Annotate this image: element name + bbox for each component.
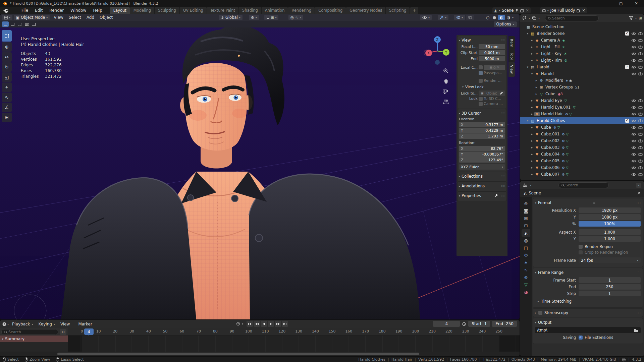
disable-in-renders-camera-icon[interactable] [638,166,643,169]
outliner-item-label[interactable]: Harold [541,71,554,76]
ortho-grid-icon[interactable] [442,98,449,106]
outliner-item-label[interactable]: Harold Eye.001 [541,105,571,110]
aspect-x-field[interactable]: 1.000 [579,229,641,235]
timeline-ruler[interactable]: 0102030405060708090100110120130140150160… [68,328,520,336]
workspace-tab[interactable]: UV Editing [180,7,207,14]
expander-icon[interactable]: ▸ [530,166,534,169]
zoom-icon[interactable] [442,67,449,74]
frame-range-panel-title[interactable]: Frame Range [538,270,564,275]
viewport-menu-item[interactable]: View [51,15,66,20]
hide-in-viewport-eye-icon[interactable] [631,139,636,142]
hide-in-viewport-eye-icon[interactable] [631,32,636,35]
outliner-item-label[interactable]: Light - Rim [541,58,562,63]
outliner-row[interactable]: ▸ ▼ Cube.003 ⚙▽ [520,144,644,151]
cursor-location-field[interactable]: Y0.4229 m [459,128,505,133]
expander-icon[interactable]: ▸ [530,112,534,116]
disable-in-renders-camera-icon[interactable] [638,112,643,116]
outliner-item-label[interactable]: Light - Key [541,51,561,56]
disable-in-renders-camera-icon[interactable] [638,126,643,129]
timeline-menu-item[interactable]: Playback▾ [9,321,36,327]
3d-viewport[interactable]: ▾ ▣ Object Mode ▾ ViewSelectAddObject Gl… [0,14,520,319]
outliner-search-input[interactable] [552,16,596,20]
expander-icon[interactable]: ▸ [530,45,534,49]
outliner-row[interactable]: ▸ ▼ Harold Eye.001 ▽ [520,104,644,111]
timeline-search[interactable] [1,329,58,335]
jump-to-end-button[interactable] [282,321,288,327]
select-mode-new-button[interactable] [2,21,9,27]
aspect-y-field[interactable]: 1.000 [579,236,641,242]
display-mode-icon[interactable] [532,16,536,20]
collapse-icon[interactable]: ▾ [535,271,536,274]
resolution-percent-slider[interactable]: 100% [579,221,641,227]
collapse-icon[interactable]: ▾ [459,112,460,115]
visibility-dropdown[interactable]: ▾ [420,15,432,20]
current-frame-field[interactable]: 4 [433,321,460,327]
file-extensions-checkbox[interactable] [579,336,583,340]
hide-in-viewport-eye-icon[interactable] [631,119,636,122]
outliner-row[interactable]: ▸ ▼ Cube.005 ⚙▽ [520,158,644,164]
outliner-row[interactable]: ▸ ◆ Camera A ◈ [520,37,644,44]
collapse-icon[interactable]: ▾ [535,321,536,324]
crop-render-region-checkbox[interactable] [579,250,583,254]
disable-in-renders-camera-icon[interactable] [638,146,643,149]
disable-in-renders-camera-icon[interactable] [638,159,643,163]
auto-keying-button[interactable] [235,321,241,327]
outliner-row[interactable]: ▸ ▼ Cube.006 ⚙▽ [520,164,644,171]
collapse-icon[interactable]: ▾ [2,338,3,341]
new-view-layer-icon[interactable] [577,9,580,12]
collection-exclude-checkbox[interactable] [625,119,629,123]
topbar-menu-item[interactable]: Window [67,7,89,13]
outliner-item-label[interactable]: Scene Collection [532,24,565,29]
properties-tab[interactable]: ⊡ [522,222,530,229]
clip-start-field[interactable]: 0.001 m [479,50,505,55]
collapse-icon[interactable]: ▸ [535,311,536,314]
outliner-item-label[interactable]: Vertex Groups [545,85,573,89]
annotations-panel-title[interactable]: Annotations [462,184,485,188]
hide-in-viewport-eye-icon[interactable] [631,126,636,129]
timeline-scrollbar-track[interactable] [0,352,520,356]
select-mode-subtract-button[interactable] [16,21,23,27]
expander-icon[interactable]: ▾ [525,65,530,69]
output-panel-title[interactable]: Output [538,320,551,325]
expander-icon[interactable]: ▸ [530,132,534,136]
collapse-icon[interactable]: ▾ [535,201,536,204]
hide-in-viewport-eye-icon[interactable] [631,133,636,136]
outliner-row[interactable]: ▾ ▼ Harold [520,70,644,77]
topbar-menu-item[interactable]: Render [46,7,67,13]
outliner-row[interactable]: ▸ ☀ Light - Fill ☀ [520,44,644,50]
time-stretching-title[interactable]: Time Stretching [541,299,572,304]
frame-end-field[interactable]: 250 [579,284,641,290]
collapse-icon[interactable]: ▸ [538,300,539,303]
hide-in-viewport-eye-icon[interactable] [631,46,636,49]
properties-tab[interactable]: ◍ [522,237,530,244]
viewport-menu-item[interactable]: Object [97,15,115,20]
hide-in-viewport-eye-icon[interactable] [631,106,636,109]
focal-length-field[interactable]: 50 mm [479,44,505,49]
properties-tab[interactable]: ∗ [522,259,530,266]
workspace-tab[interactable]: Modeling [130,7,154,14]
add-cube-tool[interactable]: ⊞ [2,113,12,122]
workspace-tab[interactable]: Scripting [386,7,410,14]
timeline-menu-item[interactable]: Marker▾ [75,321,98,327]
expander-icon[interactable]: ▸ [530,39,534,42]
clock-icon[interactable] [462,322,466,326]
properties-editor-icon[interactable] [523,183,527,187]
disable-in-renders-camera-icon[interactable] [638,99,643,102]
blender-menu-icon[interactable] [3,8,8,13]
clip-end-field[interactable]: 5000 m [479,56,505,61]
expander-icon[interactable]: ▸ [534,79,539,82]
properties-tab[interactable]: ⊟ [522,215,530,222]
navigation-gizmo[interactable]: Z X Y [423,35,451,65]
timeline-editor-icon[interactable] [2,322,7,326]
editor-type-button[interactable]: ▾ [2,15,12,20]
expander-icon[interactable]: ▸ [530,146,534,149]
outliner-item-label[interactable]: Cube.004 [541,152,559,157]
outliner-row[interactable]: ▾ ▤ Harold Clothes [520,117,644,124]
transform-tool[interactable]: ⌖ [2,82,12,92]
outliner-item-label[interactable]: Cube.001 [541,132,559,136]
outliner-item-label[interactable]: Cube.006 [541,165,559,170]
select-mode-intersect-button[interactable] [30,21,37,27]
hide-in-viewport-eye-icon[interactable] [631,59,636,62]
options-button[interactable]: Options ▾ [494,21,517,27]
expander-icon[interactable]: ▾ [530,72,534,75]
